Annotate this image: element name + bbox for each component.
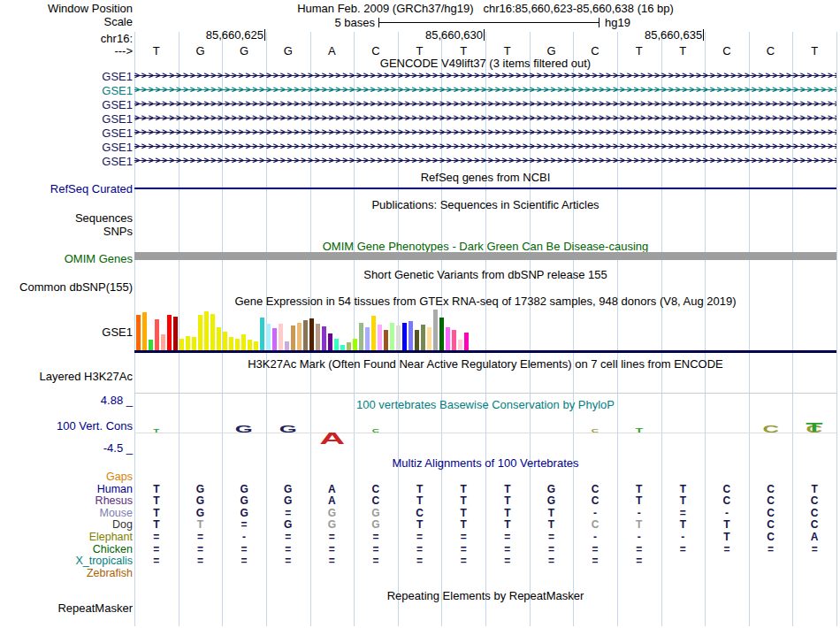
gtex-bar[interactable] [217,327,221,350]
alignment-base: T [661,494,706,507]
gtex-bar[interactable] [136,315,141,350]
gene-transcript-row[interactable]: >>>>>>>>>>>>>>>>>>>>>>>>>>>>>>>>>>>>>>>>… [134,156,836,166]
gtex-bar[interactable] [241,334,246,350]
gtex-bar[interactable] [433,310,438,350]
gtex-bar[interactable] [272,328,277,350]
gtex-bar[interactable] [192,337,196,350]
gtex-bar[interactable] [353,339,357,350]
multiz-title: Multiz Alignments of 100 Vertebrates [134,456,836,470]
gtex-bar[interactable] [173,317,178,350]
snps-label[interactable]: SNPs [103,225,133,238]
species-label-x_tropicalis[interactable]: X_tropicalis [75,555,133,567]
gtex-bar[interactable] [229,337,233,350]
gene-transcript-row[interactable]: >>>>>>>>>>>>>>>>>>>>>>>>>>>>>>>>>>>>>>>>… [134,71,836,81]
repeatmasker-label[interactable]: RepeatMasker [57,601,133,615]
gtex-bar[interactable] [328,333,332,350]
gtex-bar[interactable] [210,314,215,350]
gene-transcript-row[interactable]: >>>>>>>>>>>>>>>>>>>>>>>>>>>>>>>>>>>>>>>>… [134,113,836,124]
species-label-dog[interactable]: Dog [112,518,133,531]
alignment-base: T [134,494,179,507]
species-label-elephant[interactable]: Elephant [89,531,133,543]
gtex-bar[interactable] [384,330,388,350]
gtex-bar[interactable] [371,316,376,350]
gtex-bar[interactable] [266,324,271,350]
gtex-bar[interactable] [279,324,283,350]
species-label-gaps[interactable]: Gaps [106,471,133,483]
alignment-base: C [354,494,398,507]
gtex-bar[interactable] [179,339,184,350]
gtex-bar[interactable] [297,323,302,350]
gtex-bar[interactable] [378,325,382,350]
species-label-mouse[interactable]: Mouse [99,507,133,519]
gene-transcript-row[interactable]: >>>>>>>>>>>>>>>>>>>>>>>>>>>>>>>>>>>>>>>>… [134,85,836,96]
gene-label[interactable]: GSE1 [102,141,133,154]
gtex-bar[interactable] [149,340,153,350]
gtex-bar[interactable] [365,327,370,350]
gene-label[interactable]: GSE1 [102,70,133,83]
species-label-rhesus[interactable]: Rhesus [95,494,133,507]
alignment-base: - [573,507,617,519]
gtex-bar[interactable] [291,325,295,350]
gtex-bar[interactable] [334,339,339,350]
gene-label[interactable]: GSE1 [102,126,133,140]
omim-genes-label[interactable]: OMIM Genes [65,252,133,265]
gtex-bar[interactable] [421,325,425,350]
gtex-bar[interactable] [235,339,240,350]
h3k27ac-label[interactable]: Layered H3K27Ac [39,370,133,383]
alignment-base: = [617,543,661,555]
gtex-bar[interactable] [198,315,202,350]
species-label-zebrafish[interactable]: Zebrafish [87,567,133,579]
gtex-gene-label[interactable]: GSE1 [102,325,133,339]
gtex-bar[interactable] [340,345,345,350]
gtex-bar[interactable] [204,311,209,350]
gtex-bar[interactable] [285,341,289,350]
genome-browser: Human Feb. 2009 (GRCh37/hg19) chr16:85,6… [0,0,840,628]
gtex-bar[interactable] [464,333,469,350]
gene-label[interactable]: GSE1 [102,112,133,126]
gtex-bar[interactable] [309,318,314,350]
gtex-bar[interactable] [155,319,159,350]
gene-label[interactable]: GSE1 [102,84,133,97]
alignment-base: T [398,483,442,495]
gtex-bar[interactable] [161,334,165,350]
gtex-bar[interactable] [427,327,431,350]
species-label-chicken[interactable]: Chicken [93,543,133,555]
gtex-bar[interactable] [142,312,147,350]
species-label-human[interactable]: Human [97,483,133,495]
alignment-base: T [134,507,179,519]
gtex-bar[interactable] [347,342,351,350]
gtex-bar[interactable] [458,340,462,350]
alignment-base: G [266,518,310,531]
gene-transcript-row[interactable]: >>>>>>>>>>>>>>>>>>>>>>>>>>>>>>>>>>>>>>>>… [134,142,836,152]
gtex-bar[interactable] [396,325,401,350]
sequences-label[interactable]: Sequences [75,211,133,225]
gtex-bar[interactable] [402,323,407,350]
gtex-bar[interactable] [260,318,264,350]
gtex-bar[interactable] [359,323,363,350]
omim-gene-bar[interactable] [134,252,836,260]
refseq-gene-line[interactable] [134,188,836,189]
refseq-curated-label[interactable]: RefSeq Curated [50,182,133,195]
gtex-bar[interactable] [223,332,227,350]
gene-label[interactable]: GSE1 [102,98,133,111]
gtex-bar[interactable] [248,340,252,350]
sequence-base: T [398,44,442,57]
gtex-bar[interactable] [254,341,258,350]
gene-label[interactable]: GSE1 [102,155,133,168]
gtex-bar[interactable] [167,315,172,350]
dbsnp-label[interactable]: Common dbSNP(155) [19,280,133,294]
gtex-bar[interactable] [452,330,456,350]
gtex-bar[interactable] [409,321,413,350]
gtex-bar[interactable] [316,324,320,350]
gene-transcript-row[interactable]: >>>>>>>>>>>>>>>>>>>>>>>>>>>>>>>>>>>>>>>>… [134,127,836,138]
gtex-bar[interactable] [415,330,419,350]
gtex-bar[interactable] [303,320,308,350]
gtex-bar[interactable] [390,323,394,350]
gtex-bar[interactable] [322,326,326,350]
sequence-base: G [179,44,223,57]
gtex-bar[interactable] [439,318,444,350]
alignment-base: C [705,494,749,507]
gene-transcript-row[interactable]: >>>>>>>>>>>>>>>>>>>>>>>>>>>>>>>>>>>>>>>>… [134,99,836,110]
gtex-bar[interactable] [446,327,450,350]
gtex-bar[interactable] [186,336,190,350]
